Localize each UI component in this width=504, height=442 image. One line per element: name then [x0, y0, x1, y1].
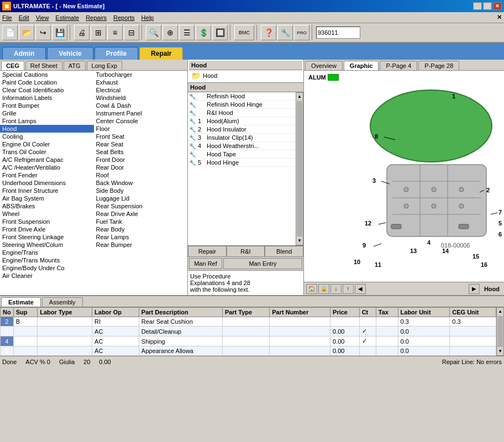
toolbar-help[interactable]: ❓	[261, 25, 276, 40]
cat-clear-coat[interactable]: Clear Coat Identificatio	[0, 86, 94, 94]
cat-fuel-tank[interactable]: Fuel Tank	[94, 218, 188, 225]
menu-reports[interactable]: Reports	[113, 14, 135, 21]
cat-front-fender[interactable]: Front Fender	[0, 171, 94, 179]
cat-floor[interactable]: Floor	[94, 125, 188, 133]
toolbar-open[interactable]: 📂	[19, 25, 34, 40]
cat-front-bumper[interactable]: Front Bumper	[0, 102, 94, 109]
cat-front-seat[interactable]: Front Seat	[94, 133, 188, 140]
cat-air-cleaner[interactable]: Air Cleaner	[0, 272, 94, 280]
menu-file[interactable]: File	[2, 14, 12, 21]
repair-button[interactable]: Repair	[188, 246, 227, 257]
toolbar-tools[interactable]: 🔧	[277, 25, 293, 40]
minimize-button[interactable]: _	[473, 2, 482, 10]
cat-seatbelts[interactable]: Seat Belts	[94, 148, 188, 156]
cat-wheel[interactable]: Wheel	[0, 210, 94, 218]
menu-edit[interactable]: Edit	[19, 14, 29, 21]
cat-cowl[interactable]: Cowl & Dash	[94, 102, 188, 109]
cat-front-susp[interactable]: Front Suspension	[0, 218, 94, 225]
scroll-up[interactable]: ▲	[296, 93, 303, 101]
cat-rear-axle[interactable]: Rear Drive Axle	[94, 210, 188, 218]
tab-admin[interactable]: Admin	[2, 47, 46, 60]
cat-front-lamps[interactable]: Front Lamps	[0, 117, 94, 125]
man-entry-button[interactable]: Man Entry	[223, 258, 302, 269]
cat-engine-body[interactable]: Engine/Body Under Co	[0, 264, 94, 272]
cat-steering-wheel[interactable]: Steering Wheel/Colum	[0, 241, 94, 249]
cat-luggage[interactable]: Luggage Lid	[94, 194, 188, 202]
cat-hood[interactable]: Hood	[0, 125, 94, 133]
tab-estimate[interactable]: Estimate	[1, 297, 41, 307]
toolbar-save[interactable]: 💾	[52, 25, 67, 40]
cat-rear-body[interactable]: Rear Body	[94, 225, 188, 233]
cat-front-axle[interactable]: Front Drive Axle	[0, 225, 94, 233]
menu-help[interactable]: Help	[141, 14, 154, 21]
tab-ppage4[interactable]: P-Page 4	[380, 61, 417, 70]
ri-button[interactable]: R&I	[227, 246, 265, 257]
cat-steering-linkage[interactable]: Front Steering Linkage	[0, 233, 94, 241]
close-button[interactable]: ✕	[493, 2, 502, 10]
footer-prev-button[interactable]: ◀	[355, 284, 366, 294]
footer-down-button[interactable]: ↓	[330, 284, 342, 294]
op-hood-alum[interactable]: 🔧 1 Hood(Alum)	[188, 117, 296, 125]
footer-home-button[interactable]: 🏠	[306, 284, 317, 294]
cat-ac-heater[interactable]: A/C /Heater/Ventilatio	[0, 164, 94, 171]
man-ref-button[interactable]: Man Ref	[189, 258, 222, 269]
cat-engine-mounts[interactable]: Engine/Trans Mounts	[0, 256, 94, 264]
toolbar-btn3[interactable]: ≡	[107, 25, 123, 40]
op-hood-insulator[interactable]: 🔧 2 Hood Insulator	[188, 125, 296, 134]
cat-rear-susp[interactable]: Rear Suspension	[94, 202, 188, 210]
tab-ppage28[interactable]: P-Page 28	[418, 61, 459, 70]
tab-profile[interactable]: Profile	[95, 47, 138, 60]
toolbar-btn9[interactable]: 🔲	[212, 25, 228, 40]
op-insulator-clip[interactable]: 🔧 3 Insulator Clip(14)	[188, 134, 296, 142]
toolbar-btn8[interactable]: 💲	[196, 25, 211, 40]
menu-close-button[interactable]: ✕	[497, 14, 502, 21]
cat-underhood[interactable]: Underhood Dimensions	[0, 179, 94, 187]
op-refinish-hinge[interactable]: 🔧 Refinish Hood Hinge	[188, 101, 296, 109]
menu-estimate[interactable]: Estimate	[55, 14, 79, 21]
scroll-thumb[interactable]	[297, 101, 302, 236]
cat-airbag[interactable]: Air Bag System	[0, 194, 94, 202]
toolbar-btn6[interactable]: ⊕	[162, 25, 178, 40]
footer-up-button[interactable]: ↑	[343, 284, 354, 294]
est-scroll-thumb[interactable]	[497, 316, 503, 347]
subtab-refsheet[interactable]: Ref Sheet	[25, 61, 62, 70]
cat-special-cautions[interactable]: Special Cautions	[0, 71, 94, 78]
footer-lock-button[interactable]: 🔒	[318, 284, 329, 294]
cat-ac-refrig[interactable]: A/C Refrigerant Capac	[0, 156, 94, 164]
cat-abs[interactable]: ABS/Brakes	[0, 202, 94, 210]
cat-trans-oil-cooler[interactable]: Trans Oil Cooler	[0, 148, 94, 156]
op-hood-weather[interactable]: 🔧 4 Hood Weatherstri...	[188, 142, 296, 150]
subtab-ceg[interactable]: CEG	[1, 61, 24, 70]
toolbar-btn5[interactable]: 🔍	[146, 25, 161, 40]
cat-turbocharger[interactable]: Turbocharger	[94, 71, 188, 78]
menu-view[interactable]: View	[36, 14, 49, 21]
cat-grille[interactable]: Grille	[0, 109, 94, 117]
cat-exhaust[interactable]: Exhaust	[94, 78, 188, 86]
ops-scrollbar[interactable]: ▲ ▼	[296, 92, 303, 245]
toolbar-bmc[interactable]: BMC	[234, 25, 254, 40]
toolbar-pro[interactable]: PRO	[294, 25, 309, 40]
menu-repairs[interactable]: Repairs	[86, 14, 107, 21]
cat-front-inner[interactable]: Front Inner Structure	[0, 187, 94, 194]
estimate-number-input[interactable]	[316, 27, 360, 39]
tab-overview[interactable]: Overview	[305, 61, 343, 70]
cat-electrical[interactable]: Electrical	[94, 86, 188, 94]
subtab-longexp[interactable]: Long Exp	[87, 61, 122, 70]
toolbar-btn1[interactable]: 🖨	[74, 25, 90, 40]
cat-paint-code[interactable]: Paint Code Location	[0, 78, 94, 86]
op-refinish-hood[interactable]: 🔧 Refinish Hood	[188, 92, 296, 101]
toolbar-new[interactable]: 📄	[2, 25, 18, 40]
cat-rear-bumper[interactable]: Rear Bumper	[94, 241, 188, 249]
toolbar-btn4[interactable]: ⊟	[124, 25, 139, 40]
cat-rear-lamps[interactable]: Rear Lamps	[94, 233, 188, 241]
cat-windshield[interactable]: Windshield	[94, 94, 188, 102]
folder-item-hood[interactable]: 📁 Hood	[189, 70, 302, 81]
estimate-scrollbar[interactable]: ▲ ▼	[496, 307, 504, 356]
tab-vehicle[interactable]: Vehicle	[47, 47, 93, 60]
toolbar-arrow[interactable]: ↪	[35, 25, 51, 40]
tab-assembly[interactable]: Assembly	[42, 297, 83, 307]
toolbar-btn2[interactable]: ⊞	[91, 25, 106, 40]
cat-front-door[interactable]: Front Door	[94, 156, 188, 164]
tab-repair[interactable]: Repair	[139, 47, 183, 60]
footer-next-button[interactable]: ▶	[469, 284, 480, 294]
